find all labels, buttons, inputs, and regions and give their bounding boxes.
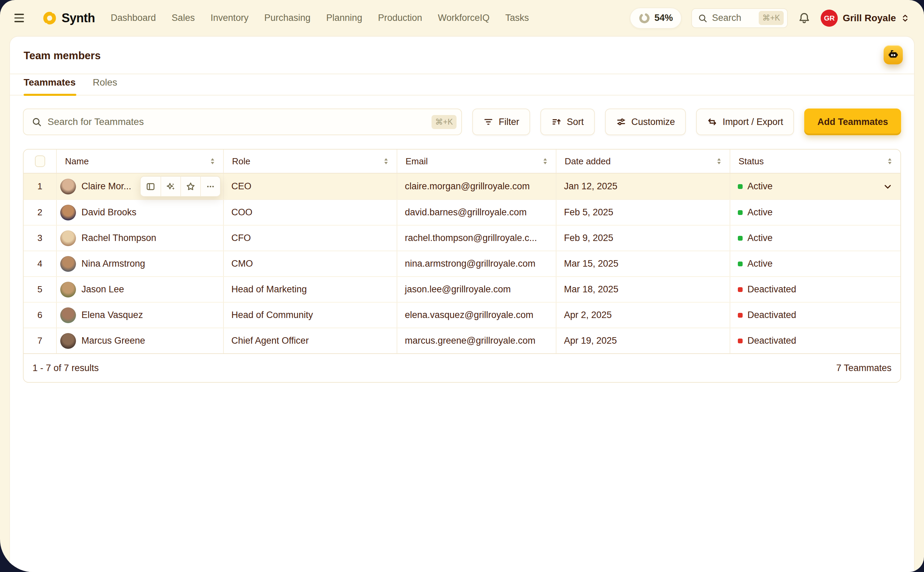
- status-dot-icon: [738, 339, 742, 344]
- brand-logo[interactable]: Synth: [42, 10, 95, 26]
- status-dot-icon: [738, 287, 742, 292]
- status-label: Active: [747, 258, 773, 269]
- nav-link-tasks[interactable]: Tasks: [505, 12, 529, 23]
- account-name: Grill Royale: [843, 12, 896, 23]
- email-cell: marcus.greene@grillroyale.com: [397, 328, 556, 353]
- teammates-search-input[interactable]: Search for Teammates ⌘+K: [23, 109, 462, 135]
- column-header-name[interactable]: Name: [56, 149, 223, 173]
- email-cell: nina.armstrong@grillroyale.com: [397, 251, 556, 276]
- tab-roles[interactable]: Roles: [93, 77, 117, 95]
- avatar: [60, 230, 76, 246]
- sort-button[interactable]: Sort: [540, 109, 595, 135]
- avatar: [60, 256, 76, 272]
- customize-button[interactable]: Customize: [605, 109, 686, 135]
- status-select[interactable]: Deactivated: [730, 328, 901, 353]
- robot-icon: [887, 48, 899, 61]
- sliders-icon: [616, 117, 626, 127]
- table-row[interactable]: 1 Claire Mor... CEO claire.morgan@grillr…: [23, 174, 901, 199]
- status-select[interactable]: Active: [730, 200, 901, 225]
- status-label: Active: [747, 181, 773, 192]
- table-row[interactable]: 2 David Brooks COO david.barnes@grillroy…: [23, 199, 901, 225]
- filter-button[interactable]: Filter: [472, 109, 530, 135]
- notifications-bell-icon[interactable]: [797, 11, 811, 25]
- table-row[interactable]: 3 Rachel Thompson CFO rachel.thompson@gr…: [23, 225, 901, 250]
- open-side-panel-button[interactable]: [141, 177, 160, 196]
- ai-assistant-button[interactable]: [884, 45, 903, 64]
- avatar: [60, 282, 76, 297]
- sort-icon: [551, 117, 562, 127]
- more-icon: [205, 182, 216, 192]
- date-added-cell: Mar 18, 2025: [556, 277, 730, 302]
- tab-teammates[interactable]: Teammates: [23, 77, 76, 95]
- teammate-name: Nina Armstrong: [81, 258, 145, 269]
- status-select[interactable]: Active: [730, 225, 901, 250]
- table-row[interactable]: 6 Elena Vasquez Head of Community elena.…: [23, 302, 901, 328]
- status-label: Deactivated: [747, 284, 797, 295]
- menu-icon[interactable]: [14, 11, 30, 26]
- column-label: Status: [739, 156, 764, 167]
- nav-link-planning[interactable]: Planning: [326, 12, 362, 23]
- more-actions-button[interactable]: [200, 177, 220, 196]
- status-select[interactable]: Active: [730, 174, 901, 199]
- select-all-checkbox[interactable]: [35, 155, 45, 167]
- teammates-search-placeholder: Search for Teammates: [48, 117, 426, 127]
- teammate-name: Elena Vasquez: [81, 310, 143, 320]
- nav-link-sales[interactable]: Sales: [172, 12, 195, 23]
- nav-link-production[interactable]: Production: [378, 12, 422, 23]
- teammate-name: Marcus Greene: [81, 336, 145, 346]
- row-number: 4: [23, 251, 56, 276]
- column-header-date-added[interactable]: Date added: [556, 149, 730, 173]
- email-cell: rachel.thompson@grillroyale.c...: [397, 225, 556, 250]
- nav-link-purchasing[interactable]: Purchasing: [264, 12, 311, 23]
- teammates-table: Name Role Email Date added Status 1 Clai…: [23, 149, 901, 383]
- sort-arrows-icon: [715, 156, 723, 166]
- name-cell: Elena Vasquez: [56, 303, 223, 328]
- status-select[interactable]: Active: [730, 251, 901, 276]
- card-header: Team members: [10, 37, 914, 74]
- role-cell: CMO: [223, 251, 397, 276]
- sort-arrows-icon: [886, 156, 893, 166]
- nav-link-inventory[interactable]: Inventory: [210, 12, 248, 23]
- sort-arrows-icon: [382, 156, 390, 166]
- row-number: 2: [23, 200, 56, 225]
- table-row[interactable]: 7 Marcus Greene Chief Agent Officer marc…: [23, 328, 901, 353]
- import-export-button[interactable]: Import / Export: [696, 109, 794, 135]
- email-cell: jason.lee@grillroyale.com: [397, 277, 556, 302]
- gauge-value: 54%: [654, 12, 673, 23]
- column-label: Email: [405, 156, 428, 167]
- table-row[interactable]: 5 Jason Lee Head of Marketing jason.lee@…: [23, 276, 901, 302]
- favorite-button[interactable]: [180, 177, 200, 196]
- column-header-role[interactable]: Role: [223, 149, 397, 173]
- column-label: Role: [232, 156, 250, 167]
- row-number: 1: [23, 174, 56, 199]
- column-header-status[interactable]: Status: [730, 149, 901, 173]
- teammate-name: Rachel Thompson: [81, 233, 157, 243]
- add-teammates-button[interactable]: Add Teammates: [804, 109, 901, 135]
- filter-icon: [483, 117, 494, 127]
- global-search-input[interactable]: Search ⌘+K: [691, 8, 788, 28]
- page-title: Team members: [23, 50, 901, 62]
- search-icon: [31, 117, 42, 127]
- usage-gauge[interactable]: 54%: [630, 8, 682, 29]
- nav-link-dashboard[interactable]: Dashboard: [111, 12, 156, 23]
- teammate-name: David Brooks: [81, 207, 137, 218]
- status-select[interactable]: Deactivated: [730, 277, 901, 302]
- table-toolbar: Search for Teammates ⌘+K Filter: [23, 109, 901, 135]
- status-select[interactable]: Deactivated: [730, 303, 901, 328]
- row-actions-toolbar: [140, 176, 221, 197]
- ai-action-button[interactable]: [160, 177, 180, 196]
- gauge-ring-icon: [638, 12, 650, 24]
- row-number: 5: [23, 277, 56, 302]
- nav-links: DashboardSalesInventoryPurchasingPlannin…: [111, 12, 529, 23]
- global-search-shortcut: ⌘+K: [759, 11, 784, 25]
- nav-right: 54% Search ⌘+K GR Grill Royale: [630, 8, 910, 29]
- account-menu[interactable]: GR Grill Royale: [821, 9, 910, 27]
- date-added-cell: Feb 9, 2025: [556, 225, 730, 250]
- table-row[interactable]: 4 Nina Armstrong CMO nina.armstrong@gril…: [23, 250, 901, 276]
- column-header-email[interactable]: Email: [397, 149, 556, 173]
- status-label: Deactivated: [747, 336, 797, 346]
- name-cell: Marcus Greene: [56, 328, 223, 353]
- nav-link-workforceiq[interactable]: WorkforceIQ: [438, 12, 490, 23]
- global-search-placeholder: Search: [712, 12, 754, 23]
- status-dot-icon: [738, 184, 742, 189]
